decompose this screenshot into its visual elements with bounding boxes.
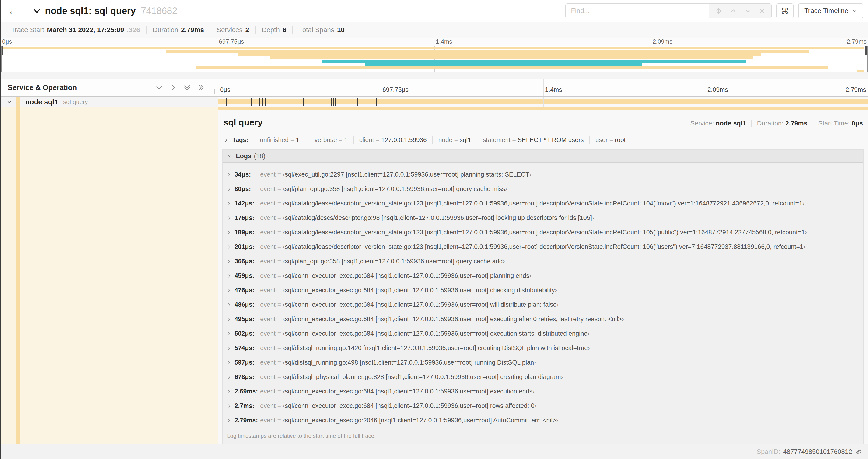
timeline-ruler: 0μs697.75μs1.4ms2.09ms2.79ms [218, 79, 868, 96]
span-row-name-column: node sql1 sql query [1, 97, 218, 107]
tag-item[interactable]: _unfinished = 1 [251, 136, 305, 144]
log-row[interactable]: 476μs:event = ‹sql/conn_executor_exec.go… [223, 283, 863, 298]
close-quote: › [529, 171, 531, 178]
collapse-all-icon[interactable] [184, 84, 191, 91]
minimap-right-handle[interactable] [865, 46, 867, 55]
chevron-right-icon[interactable] [226, 187, 231, 192]
column-resize-grip[interactable] [214, 89, 216, 94]
collapse-one-icon[interactable] [156, 84, 163, 91]
tag-value: 127.0.0.1:59936 [381, 136, 427, 143]
tag-item[interactable]: statement = SELECT * FROM users [477, 136, 589, 144]
log-row[interactable]: 678μs:event = ‹sql/distsql_physical_plan… [223, 370, 863, 384]
log-row[interactable]: 189μs:event = ‹sql/catalog/lease/descrip… [223, 225, 863, 240]
tag-item[interactable]: _verbose = 1 [305, 136, 353, 144]
close-quote: › [805, 229, 807, 236]
log-row[interactable]: 366μs:event = ‹sql/plan_opt.go:358 [nsql… [223, 254, 863, 269]
log-row[interactable]: 176μs:event = ‹sql/catalog/descs/descrip… [223, 211, 863, 225]
chevron-right-icon[interactable] [226, 288, 231, 293]
chevron-right-icon[interactable] [226, 404, 231, 408]
chevron-right-icon[interactable] [226, 245, 231, 249]
log-row[interactable]: 486μs:event = ‹sql/conn_executor_exec.go… [223, 298, 863, 312]
chevron-right-icon[interactable] [226, 331, 231, 336]
trace-info-value: 2.79ms [181, 26, 204, 34]
log-row[interactable]: 142μs:event = ‹sql/catalog/lease/descrip… [223, 196, 863, 211]
tag-equals: = [337, 136, 344, 143]
log-message-text: sql/conn_executor_exec.go:684 [nsql1,cli… [285, 402, 534, 409]
logs-header[interactable]: Logs (18) [223, 150, 863, 163]
chevron-right-icon[interactable] [226, 418, 231, 423]
chevron-right-icon[interactable] [226, 302, 231, 307]
span-expander-chevron-down-icon[interactable] [6, 99, 12, 105]
deep-link-icon[interactable] [855, 448, 862, 455]
tag-key: user [595, 136, 608, 143]
log-message-text: sql/conn_executor_exec.go:684 [nsql1,cli… [285, 301, 557, 308]
clear-search-icon[interactable] [759, 8, 765, 14]
minimap-span-bar [270, 57, 753, 59]
log-timestamp: 176μs: [235, 214, 260, 222]
chevron-right-icon[interactable] [226, 317, 231, 322]
span-meta-value: 0μs [852, 120, 863, 127]
span-detail-panel: sql query Service: node sql1Duration: 2.… [218, 107, 868, 444]
minimap-span-bar [365, 63, 642, 66]
tag-value: SELECT * FROM users [518, 136, 584, 143]
chevron-down-icon[interactable] [227, 154, 232, 159]
chevron-right-icon[interactable] [226, 360, 231, 365]
chevron-right-icon[interactable] [226, 172, 231, 177]
tag-item[interactable]: client = 127.0.0.1:59936 [353, 136, 432, 144]
chevron-right-icon[interactable] [226, 216, 231, 220]
chevron-right-icon[interactable] [226, 389, 231, 394]
chevron-right-icon[interactable] [226, 273, 231, 278]
log-row[interactable]: 80μs:event = ‹sql/plan_opt.go:358 [nsql1… [223, 182, 863, 196]
tags-title: Tags: [232, 136, 248, 144]
log-row[interactable]: 201μs:event = ‹sql/catalog/lease/descrip… [223, 240, 863, 254]
log-row[interactable]: 2.69ms:event = ‹sql/conn_executor_exec.g… [223, 384, 863, 399]
log-row[interactable]: 597μs:event = ‹sql/distsql_running.go:49… [223, 355, 863, 370]
open-quote: ‹ [283, 359, 285, 366]
tags-row[interactable]: Tags: _unfinished = 1_verbose = 1client … [222, 131, 864, 149]
open-quote: ‹ [283, 229, 285, 236]
span-row[interactable]: node sql1 sql query [1, 97, 868, 107]
span-detail-content: sql query Service: node sql1Duration: 2.… [218, 110, 868, 444]
log-row[interactable]: 574μs:event = ‹sql/distsql_running.go:14… [223, 341, 863, 355]
view-selector-button[interactable]: Trace Timeline [798, 3, 863, 19]
chevron-right-icon[interactable] [226, 230, 231, 235]
log-row[interactable]: 2.79ms:event = ‹sql/conn_executor_exec.g… [223, 413, 863, 428]
log-row[interactable]: 34μs:event = ‹sql/exec_util.go:2297 [nsq… [223, 167, 863, 182]
log-marker-tick [237, 98, 237, 106]
expand-all-icon[interactable] [198, 84, 205, 91]
span-row-timeline[interactable] [218, 97, 868, 107]
minimap-canvas[interactable] [1, 46, 868, 72]
prev-match-icon[interactable] [730, 8, 737, 14]
log-marker-tick [325, 98, 326, 106]
back-button[interactable]: ← [1, 0, 26, 22]
page-title: node sql1: sql query [45, 6, 136, 16]
log-equals: = [276, 287, 283, 294]
timeline-header-row: Service & Operation 0μs697.75μs1.4ms2.09… [1, 79, 868, 97]
chevron-right-icon[interactable] [226, 346, 231, 351]
tag-item[interactable]: node = sql1 [432, 136, 477, 144]
log-timestamp: 201μs: [235, 243, 260, 251]
chevron-right-icon[interactable] [223, 138, 228, 143]
log-row[interactable]: 2.7ms:event = ‹sql/conn_executor_exec.go… [223, 399, 863, 413]
trace-info-value: 6 [283, 26, 286, 34]
chevron-right-icon[interactable] [226, 375, 231, 380]
log-row[interactable]: 495μs:event = ‹sql/conn_executor_exec.go… [223, 312, 863, 327]
log-message-text: sql/conn_executor_exec.go:684 [nsql1,cli… [285, 388, 532, 395]
chevron-right-icon[interactable] [226, 259, 231, 264]
close-quote: › [592, 214, 594, 221]
tag-item[interactable]: user = root [589, 136, 631, 144]
chevron-right-icon[interactable] [226, 201, 231, 206]
open-quote: ‹ [283, 373, 285, 381]
minimap-left-handle[interactable] [2, 46, 3, 55]
minimap-span-bar [2, 47, 864, 50]
log-row[interactable]: 459μs:event = ‹sql/conn_executor_exec.go… [223, 269, 863, 283]
title-area: node sql1: sql query 7418682 [26, 6, 565, 16]
expand-one-icon[interactable] [169, 84, 177, 91]
chevron-down-icon[interactable] [33, 7, 41, 15]
next-match-icon[interactable] [745, 8, 751, 14]
locate-icon[interactable] [715, 7, 722, 14]
log-row[interactable]: 502μs:event = ‹sql/conn_executor_exec.go… [223, 327, 863, 341]
keyboard-shortcuts-button[interactable]: ⌘ [776, 3, 794, 19]
find-input[interactable] [566, 4, 709, 18]
open-quote: ‹ [283, 214, 285, 221]
